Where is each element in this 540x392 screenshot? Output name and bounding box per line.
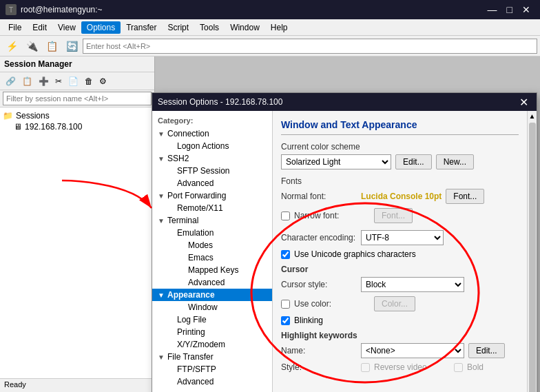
- cat-xyzmodem[interactable]: X/Y/Zmodem: [152, 338, 272, 351]
- sess-cut-btn[interactable]: ✂: [52, 75, 65, 87]
- cat-terminal-advanced[interactable]: Advanced: [152, 276, 272, 289]
- cat-ssh2-advanced[interactable]: Advanced: [152, 177, 272, 189]
- window-title: root@heimatengyun:~: [21, 5, 103, 14]
- narrow-font-checkbox[interactable]: [281, 212, 290, 220]
- scroll-thumb[interactable]: [529, 123, 536, 392]
- bold-checkbox[interactable]: [454, 363, 463, 372]
- bold-label: Bold: [467, 362, 527, 372]
- sess-copy-btn[interactable]: 📄: [65, 75, 81, 87]
- cat-connection[interactable]: ▼ Connection: [152, 127, 272, 140]
- expand-pf-icon: ▼: [158, 192, 166, 200]
- session-filter-input[interactable]: [3, 92, 152, 105]
- expand-ft-icon: ▼: [158, 353, 166, 361]
- fonts-label: Fonts: [281, 176, 519, 186]
- menu-transfer[interactable]: Transfer: [121, 21, 162, 34]
- app-icon: T: [6, 4, 17, 15]
- sess-settings-btn[interactable]: ⚙: [96, 75, 110, 87]
- cursor-style-row: Cursor style: Block Underline Bar: [281, 277, 519, 292]
- menu-tools[interactable]: Tools: [194, 21, 225, 34]
- sessions-root[interactable]: 📁 Sessions: [0, 110, 154, 121]
- expand-connection-icon: ▼: [158, 130, 166, 138]
- cat-port-forwarding[interactable]: ▼ Port Forwarding: [152, 189, 272, 202]
- color-scheme-group: Current color scheme Solarized Light Def…: [281, 142, 519, 169]
- session-toolbar: 🔗 📋 ➕ ✂ 📄 🗑 ⚙: [0, 72, 154, 90]
- menu-window[interactable]: Window: [225, 21, 265, 34]
- cat-ftp-sftp[interactable]: FTP/SFTP: [152, 363, 272, 375]
- cat-printing[interactable]: Printing: [152, 326, 272, 338]
- highlight-style-row: Style: Reverse video Bold Color: [281, 362, 519, 372]
- toolbar-reconnect[interactable]: 🔄: [63, 39, 81, 54]
- toolbar-connect[interactable]: ⚡: [3, 39, 21, 54]
- menu-file[interactable]: File: [3, 21, 27, 34]
- cat-modes[interactable]: Modes: [152, 239, 272, 251]
- cat-logon-actions[interactable]: Logon Actions: [152, 140, 272, 152]
- narrow-font-btn[interactable]: Font...: [374, 208, 413, 223]
- highlight-name-row: Name: <None> Edit...: [281, 343, 519, 358]
- menu-help[interactable]: Help: [265, 21, 293, 34]
- session-manager-title: Session Manager: [0, 56, 154, 72]
- window-controls: — □ ✕: [484, 3, 534, 17]
- highlight-edit-btn[interactable]: Edit...: [468, 343, 505, 358]
- unicode-graphics-checkbox[interactable]: [281, 250, 290, 259]
- normal-font-btn[interactable]: Font...: [446, 189, 484, 204]
- cat-ssh2[interactable]: ▼ SSH2: [152, 152, 272, 165]
- category-panel: Category: ▼ Connection Logon Actions ▼ S…: [152, 111, 273, 392]
- settings-scrollbar[interactable]: ▲ ▼: [527, 111, 537, 392]
- cat-ft-advanced[interactable]: Advanced: [152, 375, 272, 388]
- dialog-title-bar: Session Options - 192.168.78.100 ✕: [152, 93, 537, 111]
- menu-script[interactable]: Script: [162, 21, 194, 34]
- session-tree: 📁 Sessions 🖥 192.168.78.100: [0, 107, 154, 378]
- sess-new-btn[interactable]: 📋: [19, 75, 35, 87]
- maximize-button[interactable]: □: [503, 3, 517, 17]
- normal-font-label: Normal font:: [281, 192, 357, 201]
- minimize-button[interactable]: —: [484, 3, 501, 17]
- highlight-name-select[interactable]: <None>: [361, 343, 464, 358]
- normal-font-value: Lucida Console 10pt: [361, 192, 442, 201]
- menu-view[interactable]: View: [52, 21, 81, 34]
- settings-panel: Window and Text Appearance Current color…: [273, 111, 527, 392]
- color-scheme-select[interactable]: Solarized Light Default Dark: [281, 154, 391, 169]
- session-item[interactable]: 🖥 192.168.78.100: [0, 121, 154, 132]
- menu-edit[interactable]: Edit: [27, 21, 52, 34]
- highlight-name-label: Name:: [281, 346, 357, 355]
- cat-appearance[interactable]: ▼ Appearance: [152, 289, 272, 301]
- sess-delete-btn[interactable]: 🗑: [82, 75, 96, 87]
- host-input[interactable]: [83, 39, 537, 54]
- cat-emacs[interactable]: Emacs: [152, 251, 272, 264]
- cat-log-file[interactable]: Log File: [152, 313, 272, 326]
- menu-options[interactable]: Options: [81, 21, 121, 34]
- color-scheme-new-btn[interactable]: New...: [436, 154, 474, 169]
- use-color-checkbox[interactable]: [281, 300, 290, 309]
- cat-emulation[interactable]: Emulation: [152, 227, 272, 239]
- narrow-font-row: Narrow font: Font...: [281, 208, 519, 223]
- toolbar-disconnect[interactable]: 🔌: [23, 39, 41, 54]
- scroll-up-btn[interactable]: ▲: [528, 111, 537, 121]
- reverse-video-checkbox[interactable]: [361, 363, 370, 372]
- color-scheme-label: Current color scheme: [281, 142, 519, 152]
- cat-sftp-session[interactable]: SFTP Session: [152, 165, 272, 177]
- highlight-style-label: Style:: [281, 362, 357, 372]
- toolbar-clone[interactable]: 📋: [43, 39, 61, 54]
- category-header: Category:: [152, 114, 272, 127]
- close-button[interactable]: ✕: [518, 3, 534, 17]
- normal-font-row: Normal font: Lucida Console 10pt Font...: [281, 189, 519, 204]
- expand-terminal-icon: ▼: [158, 217, 166, 225]
- color-btn[interactable]: Color...: [374, 296, 415, 311]
- cat-file-transfer[interactable]: ▼ File Transfer: [152, 351, 272, 363]
- cursor-style-select[interactable]: Block Underline Bar: [361, 277, 464, 292]
- cat-remote-x11[interactable]: Remote/X11: [152, 202, 272, 214]
- sess-connect-btn[interactable]: 🔗: [3, 75, 19, 87]
- char-encoding-row: Character encoding: UTF-8 ASCII ISO-8859…: [281, 230, 519, 245]
- use-color-label: Use color:: [294, 299, 370, 309]
- cat-window[interactable]: Window: [152, 301, 272, 313]
- blinking-row: Blinking: [281, 316, 519, 325]
- sess-add-btn[interactable]: ➕: [36, 75, 52, 87]
- status-bar: Ready: [0, 378, 154, 392]
- cat-terminal[interactable]: ▼ Terminal: [152, 214, 272, 227]
- color-scheme-edit-btn[interactable]: Edit...: [395, 154, 432, 169]
- cat-mapped-keys[interactable]: Mapped Keys: [152, 264, 272, 276]
- char-encoding-select[interactable]: UTF-8 ASCII ISO-8859-1: [361, 230, 444, 245]
- unicode-graphics-label: Use Unicode graphics characters: [294, 249, 416, 259]
- blinking-checkbox[interactable]: [281, 316, 290, 325]
- dialog-close-button[interactable]: ✕: [517, 96, 531, 109]
